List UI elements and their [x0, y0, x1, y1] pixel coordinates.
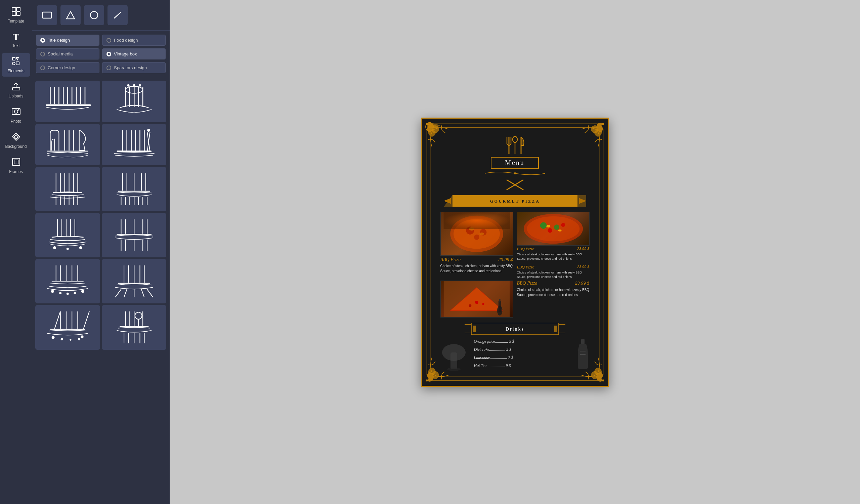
svg-rect-180 — [473, 326, 476, 332]
line-shape-btn[interactable] — [108, 5, 128, 25]
deco-item-9[interactable] — [35, 259, 100, 303]
banner-svg: GOURMET PIZZA — [444, 194, 586, 208]
radio-social — [40, 52, 45, 56]
background-icon — [11, 132, 21, 143]
drink-dots-2: ................ — [489, 347, 505, 352]
svg-point-116 — [70, 339, 71, 341]
deco-item-1[interactable] — [35, 81, 100, 122]
drinks-list: Orange juice............. 5 $ Diet coke.… — [469, 337, 574, 370]
svg-point-118 — [81, 336, 84, 339]
sidebar-item-frames[interactable]: Frames — [2, 154, 30, 177]
drink-price-3: 7 $ — [508, 355, 513, 360]
deco-item-8[interactable] — [102, 213, 167, 257]
drinks-banner-svg: Drinks — [464, 323, 565, 335]
menu-header: Menu — [441, 135, 590, 191]
menu-title-text: Menu — [505, 159, 525, 166]
drink-dots-4: .................. — [486, 363, 505, 368]
svg-text:GOURMET PIZZA: GOURMET PIZZA — [490, 199, 540, 204]
svg-point-82 — [67, 248, 69, 250]
svg-rect-14 — [12, 158, 20, 165]
drink-price-4: 9 $ — [505, 363, 511, 368]
design-option-sparators[interactable]: Sparators design — [102, 62, 166, 73]
design-option-social-label: Social media — [48, 52, 73, 56]
sidebar-item-background[interactable]: Background — [2, 129, 30, 152]
pizza-info-1: BBQ Pizza 23.99 $ Choice of steak, chick… — [441, 257, 513, 274]
svg-marker-17 — [67, 11, 75, 19]
shape-tools-row — [32, 0, 170, 31]
svg-line-19 — [114, 12, 121, 18]
drink-item-1: Orange juice............. 5 $ — [474, 337, 570, 345]
design-option-corner-label: Corner design — [48, 65, 75, 70]
drinks-banner-container: Drinks — [441, 323, 590, 335]
deco-item-3[interactable] — [35, 124, 100, 165]
pizza-name-2: BBQ Pizza — [517, 247, 534, 252]
deco-item-11[interactable] — [35, 305, 100, 349]
svg-point-115 — [61, 338, 63, 340]
deco-item-4[interactable] — [102, 124, 167, 165]
drink-name-3: Limonade — [474, 355, 490, 360]
svg-point-141 — [514, 172, 516, 174]
circle-shape-btn[interactable] — [84, 5, 104, 25]
sidebar-item-elements-label: Elements — [8, 69, 24, 73]
sidebar-item-uploads[interactable]: Uploads — [2, 78, 30, 102]
svg-point-161 — [554, 225, 559, 230]
sidebar-item-elements[interactable]: Elements — [2, 53, 30, 77]
triangle-shape-btn[interactable] — [60, 5, 81, 25]
pizza-desc-2: Choice of steak, chicken, or ham with ze… — [517, 252, 590, 261]
menu-title-deco — [482, 170, 548, 177]
deco-item-6[interactable] — [102, 167, 167, 211]
deco-item-5[interactable] — [35, 167, 100, 211]
design-option-title-label: Title design — [48, 38, 70, 43]
elements-panel: Title design Food design Social media Vi… — [32, 0, 170, 504]
pizza-visual-2 — [517, 212, 589, 245]
drink-price-1: 5 $ — [509, 339, 514, 344]
pizza-visual-1 — [441, 212, 513, 255]
pizza-item-2: BBQ Pizza 23.99 $ Choice of steak, chick… — [517, 212, 590, 261]
deco-item-2[interactable] — [102, 81, 167, 122]
drink-name-4: Hot Tea — [474, 363, 487, 368]
text-icon: T — [12, 32, 19, 42]
drink-dots-1: ............. — [495, 339, 508, 344]
svg-point-81 — [53, 246, 56, 249]
mushroom-decoration — [441, 337, 467, 372]
svg-rect-1 — [16, 8, 20, 11]
svg-point-163 — [561, 223, 565, 227]
sidebar-item-frames-label: Frames — [9, 169, 23, 174]
sidebar-item-uploads-label: Uploads — [9, 94, 23, 99]
deco-item-12[interactable] — [102, 305, 167, 349]
svg-rect-15 — [14, 160, 18, 164]
design-option-social[interactable]: Social media — [36, 48, 99, 59]
canvas-area[interactable]: Menu — [170, 0, 860, 504]
design-options-grid: Title design Food design Social media Vi… — [32, 31, 170, 77]
drink-name-2: Diet coke — [474, 347, 489, 352]
deco-item-7[interactable] — [35, 213, 100, 257]
pizza-row-3: BBQ Pizza 23.99 $ Choice of steak, chick… — [441, 280, 590, 318]
radio-sparators — [106, 66, 111, 70]
pizza-name-3b: BBQ Pizza — [517, 280, 538, 286]
menu-card[interactable]: Menu — [421, 118, 609, 387]
design-option-vintage[interactable]: Vintage box — [102, 48, 166, 59]
pizza-visual-3 — [441, 281, 513, 317]
pizza-right-col: BBQ Pizza 23.99 $ Choice of steak, chick… — [517, 212, 590, 279]
design-option-food-label: Food design — [114, 38, 138, 43]
menu-content: Menu — [429, 125, 601, 379]
radio-corner — [40, 66, 45, 70]
svg-rect-188 — [580, 354, 586, 355]
svg-rect-16 — [43, 12, 52, 18]
drink-price-2: 2 $ — [506, 347, 511, 352]
svg-line-110 — [124, 289, 127, 297]
radio-vintage — [106, 52, 111, 56]
pizza-desc-3b: Choice of steak, chicken, or ham with ze… — [517, 287, 590, 297]
pizza-image-2 — [517, 212, 590, 246]
design-option-title[interactable]: Title design — [36, 34, 99, 46]
menu-title-container: Menu — [491, 157, 539, 169]
sidebar-item-template[interactable]: Template — [2, 3, 30, 27]
deco-item-10[interactable] — [102, 259, 167, 303]
pizza-name-1: BBQ Pizza — [441, 257, 461, 262]
rectangle-shape-btn[interactable] — [37, 5, 57, 25]
sidebar-item-photo[interactable]: Photo — [2, 103, 30, 127]
design-option-corner[interactable]: Corner design — [36, 62, 99, 73]
sidebar-item-text[interactable]: T Text — [2, 29, 30, 52]
design-option-food[interactable]: Food design — [102, 34, 166, 46]
svg-line-112 — [141, 289, 144, 297]
